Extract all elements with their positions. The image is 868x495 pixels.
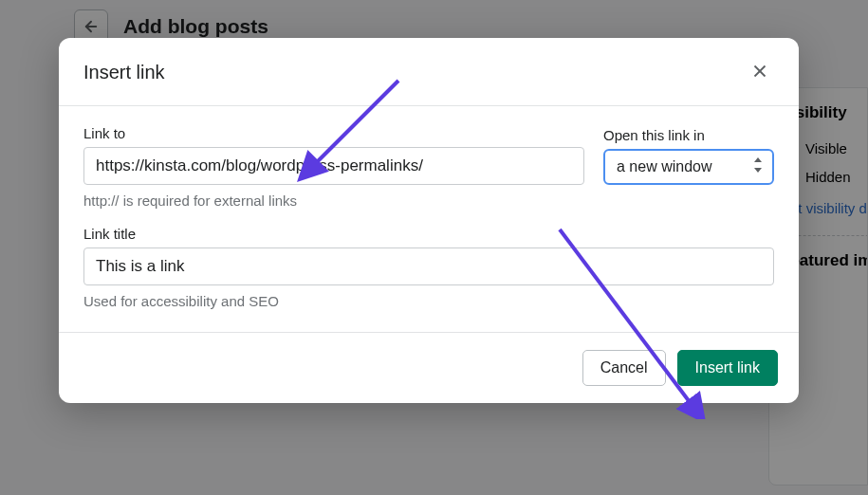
svg-line-0 xyxy=(313,81,398,166)
annotation-arrow-icon xyxy=(548,220,719,419)
modal-title: Insert link xyxy=(83,62,165,83)
annotation-arrow-icon xyxy=(294,71,408,185)
link-to-helper: http:// is required for external links xyxy=(83,192,774,209)
select-caret-icon xyxy=(753,157,763,176)
modal-header: Insert link xyxy=(59,38,799,105)
close-button[interactable] xyxy=(746,57,774,88)
open-in-field: Open this link in a new window xyxy=(603,127,774,185)
open-in-select[interactable]: a new window xyxy=(603,149,774,185)
open-in-value: a new window xyxy=(617,158,712,174)
svg-line-1 xyxy=(560,229,693,406)
close-icon xyxy=(749,61,770,82)
open-in-label: Open this link in xyxy=(603,127,774,143)
